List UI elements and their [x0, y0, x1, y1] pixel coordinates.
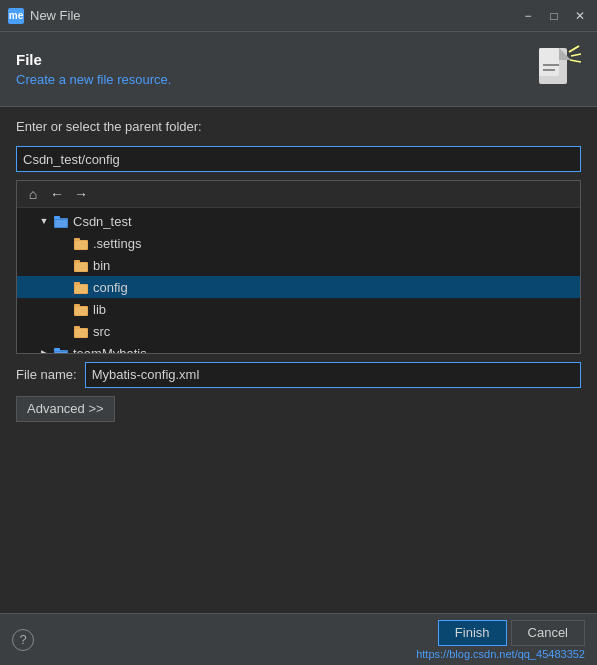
footer-link[interactable]: https://blog.csdn.net/qq_45483352 [416, 648, 585, 660]
tree-item-lib[interactable]: lib [17, 298, 580, 320]
tree-label-csdn_test: Csdn_test [73, 214, 132, 229]
svg-rect-23 [74, 326, 80, 329]
app-icon: me [8, 8, 24, 24]
header-subtitle: Create a new file resource. [16, 72, 171, 87]
cancel-button[interactable]: Cancel [511, 620, 585, 646]
tree-arrow-src [57, 324, 71, 338]
home-button[interactable]: ⌂ [23, 184, 43, 204]
svg-rect-17 [74, 282, 80, 285]
footer-buttons: Finish Cancel [438, 620, 585, 646]
folder-icon-src [73, 323, 89, 339]
svg-rect-15 [75, 263, 87, 271]
svg-rect-9 [55, 220, 67, 227]
maximize-button[interactable]: □ [545, 7, 563, 25]
main-content: Enter or select the parent folder: ⌂ ← →… [0, 107, 597, 613]
parent-folder-label: Enter or select the parent folder: [16, 119, 581, 134]
svg-line-5 [571, 54, 581, 56]
finish-button[interactable]: Finish [438, 620, 507, 646]
tree-arrow-lib [57, 302, 71, 316]
tree-arrow-csdn_test: ▼ [37, 214, 51, 228]
close-button[interactable]: ✕ [571, 7, 589, 25]
svg-rect-1 [539, 48, 559, 76]
tree-arrow-teamMybatis: ▶ [37, 346, 51, 354]
footer: ? Finish Cancel https://blog.csdn.net/qq… [0, 613, 597, 665]
folder-icon-settings [73, 235, 89, 251]
svg-rect-3 [543, 69, 555, 71]
footer-right: Finish Cancel https://blog.csdn.net/qq_4… [416, 620, 585, 660]
header-icon [531, 44, 581, 94]
tree-item-settings[interactable]: .settings [17, 232, 580, 254]
tree-label-src: src [93, 324, 110, 339]
svg-rect-18 [75, 285, 87, 293]
tree-label-settings: .settings [93, 236, 141, 251]
header-title: File [16, 51, 171, 68]
tree-item-csdn_test[interactable]: ▼ Csdn_test [17, 210, 580, 232]
back-button[interactable]: ← [47, 184, 67, 204]
header-section: File Create a new file resource. [0, 32, 597, 107]
filename-label: File name: [16, 367, 77, 382]
folder-icon-config [73, 279, 89, 295]
svg-rect-26 [54, 348, 60, 351]
tree-items: ▼ Csdn_test .settings bin config li [17, 208, 580, 354]
help-icon[interactable]: ? [12, 629, 34, 651]
tree-item-teamMybatis[interactable]: ▶ teamMybatis [17, 342, 580, 354]
parent-folder-input[interactable] [16, 146, 581, 172]
svg-rect-8 [54, 216, 60, 219]
window-title: New File [30, 8, 519, 23]
advanced-section: Advanced >> [16, 396, 581, 422]
tree-arrow-settings [57, 236, 71, 250]
window-controls: − □ ✕ [519, 7, 589, 25]
tree-item-config[interactable]: config [17, 276, 580, 298]
folder-icon-teamMybatis [53, 345, 69, 354]
tree-label-bin: bin [93, 258, 110, 273]
minimize-button[interactable]: − [519, 7, 537, 25]
forward-button[interactable]: → [71, 184, 91, 204]
svg-rect-21 [75, 307, 87, 315]
tree-label-lib: lib [93, 302, 106, 317]
tree-item-src[interactable]: src [17, 320, 580, 342]
svg-rect-24 [75, 329, 87, 337]
tree-item-bin[interactable]: bin [17, 254, 580, 276]
header-text: File Create a new file resource. [16, 51, 171, 87]
svg-rect-11 [74, 238, 80, 241]
svg-rect-14 [74, 260, 80, 263]
folder-icon-csdn_test [53, 213, 69, 229]
advanced-button[interactable]: Advanced >> [16, 396, 115, 422]
title-bar: me New File − □ ✕ [0, 0, 597, 32]
filename-input[interactable] [85, 362, 581, 388]
tree-label-teamMybatis: teamMybatis [73, 346, 147, 354]
footer-left: ? [12, 629, 34, 651]
tree-arrow-bin [57, 258, 71, 272]
svg-rect-12 [75, 241, 87, 249]
svg-rect-20 [74, 304, 80, 307]
folder-icon-lib [73, 301, 89, 317]
svg-rect-2 [543, 64, 559, 66]
tree-container: ⌂ ← → ▼ Csdn_test .settings bin config [16, 180, 581, 354]
filename-row: File name: [16, 362, 581, 388]
svg-rect-27 [55, 352, 67, 354]
tree-arrow-config [57, 280, 71, 294]
folder-icon-bin [73, 257, 89, 273]
tree-label-config: config [93, 280, 128, 295]
tree-toolbar: ⌂ ← → [17, 181, 580, 208]
svg-line-4 [569, 46, 579, 52]
svg-line-6 [570, 60, 581, 62]
